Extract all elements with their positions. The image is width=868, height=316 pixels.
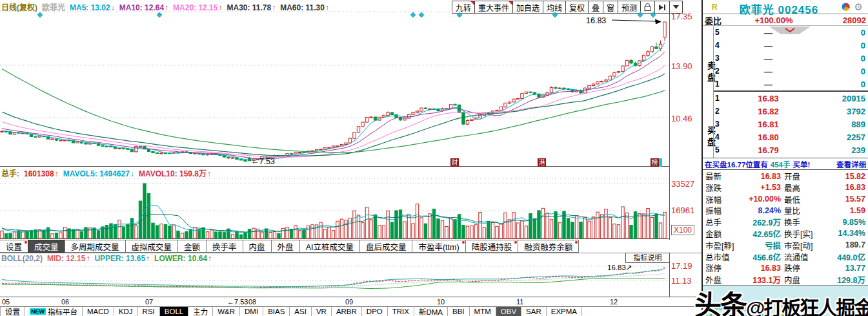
- tab-W&R[interactable]: W&R: [213, 307, 240, 316]
- notice-suffix: 买单!: [792, 159, 810, 169]
- tab-label: SAR: [526, 308, 541, 315]
- ask-level: 4: [715, 41, 727, 50]
- tab-内盘[interactable]: 内盘: [243, 240, 272, 253]
- tab-市盈率(ttm)[interactable]: 市盈率(ttm): [412, 240, 465, 253]
- stat-value: 15.82: [820, 172, 865, 181]
- ask-price: —: [727, 79, 810, 89]
- stat-row: 涨停16.83跌停13.77: [703, 262, 868, 273]
- tab-MACD[interactable]: MACD: [83, 307, 114, 316]
- tab-label: DPO: [367, 308, 383, 315]
- tab-指标平台[interactable]: NEW指标平台: [25, 307, 83, 316]
- ask-price: —: [727, 54, 810, 63]
- stat-label: 市盈[动]: [781, 239, 820, 251]
- trend-arrow-icon: ↓: [130, 169, 134, 178]
- new-badge: NEW: [30, 308, 46, 315]
- bid-row: 116.8320915: [714, 92, 868, 105]
- stat-value: 42.65亿: [735, 227, 781, 240]
- tab-融资融券余额[interactable]: 融资融券余额: [518, 240, 579, 253]
- bid-price: 16.79: [727, 145, 810, 155]
- tab-BBI[interactable]: BBI: [448, 307, 470, 316]
- tab-EXPMA[interactable]: EXPMA: [547, 307, 582, 316]
- stat-value: 449.0亿: [820, 251, 865, 263]
- volume-header-label: 1601308↑: [24, 169, 59, 178]
- tab-多周期成交量[interactable]: 多周期成交量: [65, 240, 126, 253]
- tab-label: ASI: [294, 308, 307, 315]
- tab-盘后成交量[interactable]: 盘后成交量: [359, 240, 413, 253]
- stat-row: 总市值456.6亿流通值449.0亿: [703, 251, 868, 262]
- bid-volume: 889: [810, 120, 865, 129]
- trend-arrow-icon: ↑: [86, 254, 90, 263]
- indicator-tabs-volume: 设置成交量多周期成交量虚拟成交量金额换手率内盘外盘AI立桩成交量盘后成交量市盈率…: [0, 240, 701, 253]
- tab-BOLL[interactable]: BOLL: [160, 307, 188, 316]
- tab-金额[interactable]: 金额: [177, 240, 207, 253]
- view-details-link[interactable]: 查看详细: [836, 159, 866, 169]
- pie-chart-icon[interactable]: [842, 3, 850, 13]
- ask-volume: 0: [810, 67, 865, 76]
- tab-外盘[interactable]: 外盘: [271, 240, 300, 253]
- tab-新DMA[interactable]: 新DMA: [414, 307, 448, 316]
- indicator-help-button[interactable]: 指标说明: [625, 253, 670, 263]
- stat-row: 总手262.9万换手9.85%: [703, 216, 868, 227]
- tab-TRIX[interactable]: TRIX: [388, 307, 414, 316]
- stat-label: 振幅: [705, 204, 735, 216]
- boll-header: BOLL(20,2)MID: 12.15↑UPPER: 13.65↑LOWER:…: [1, 254, 453, 263]
- order-rows: 5—04—03—02—01—0116.8320915216.823792316.…: [713, 26, 868, 158]
- stat-label: 最新: [705, 170, 735, 182]
- tab-DPO[interactable]: DPO: [362, 307, 388, 316]
- tab-OBV[interactable]: OBV: [496, 307, 521, 316]
- tab-VR[interactable]: VR: [312, 307, 332, 316]
- bid-volume: 20915: [810, 94, 865, 103]
- tab-MTM[interactable]: MTM: [470, 307, 496, 316]
- stat-value: +10.00%: [735, 195, 781, 204]
- tab-label: 指标平台: [48, 306, 77, 316]
- tab-label: MTM: [474, 308, 491, 315]
- ask-row: 1—0: [714, 78, 868, 90]
- bid-row: 216.823792: [714, 105, 868, 118]
- tab-成交量[interactable]: 成交量: [28, 240, 65, 253]
- tab-BIAS[interactable]: BIAS: [263, 307, 290, 316]
- tab-陆股通持股[interactable]: 陆股通持股: [465, 240, 519, 253]
- tab-AI立桩成交量[interactable]: AI立桩成交量: [299, 240, 360, 253]
- bid-price: 16.80: [727, 132, 810, 142]
- tab-KDJ[interactable]: KDJ: [114, 307, 138, 316]
- tab-ARBR[interactable]: ARBR: [332, 307, 362, 316]
- tab-label: 主力: [193, 306, 208, 316]
- stat-value: 16.83: [735, 264, 781, 273]
- bid-level: 4: [715, 132, 727, 142]
- stat-value: 16.83: [820, 183, 865, 192]
- stat-value: 456.6亿: [735, 251, 781, 263]
- stat-value: 16.83: [735, 172, 781, 181]
- tab-DMI[interactable]: DMI: [240, 307, 263, 316]
- gear-icon[interactable]: ⚙: [854, 1, 863, 13]
- ask-level: 5: [715, 28, 727, 37]
- boll-header-label: UPPER: 13.65↑: [94, 254, 150, 263]
- stat-label: 最低: [781, 193, 820, 205]
- tab-虚拟成交量[interactable]: 虚拟成交量: [125, 240, 179, 253]
- tab-SAR[interactable]: SAR: [521, 307, 547, 316]
- tab-换手率[interactable]: 换手率: [206, 240, 243, 253]
- stats-grid: 最新16.83开盘15.82涨跌+1.53最高16.83涨幅+10.00%最低1…: [703, 170, 868, 285]
- tab-设置[interactable]: 设置: [0, 240, 28, 253]
- tab-label: OBV: [501, 308, 516, 315]
- tab-设置[interactable]: 设置: [0, 307, 25, 316]
- stock-app-window: 日线(复权)欧菲光MA5: 13.02↓MA10: 12.64↑MA20: 12…: [0, 0, 868, 316]
- bid-level: 1: [715, 94, 727, 103]
- stat-label: 换手[实]: [781, 227, 820, 240]
- bid-row: 316.81889: [714, 118, 868, 131]
- tab-label: BIAS: [268, 308, 285, 315]
- bid-row: 416.802257: [714, 131, 868, 143]
- tab-ASI[interactable]: ASI: [290, 307, 312, 316]
- weibi-label: 委比: [705, 14, 727, 26]
- stat-value: 15.57: [820, 195, 865, 204]
- bid-level: 5: [715, 145, 727, 154]
- watermark-handle: @打板狂人掘金: [746, 297, 868, 316]
- indicator-tabs-bottom: 设置NEW指标平台MACDKDJRSIBOLL主力W&RDMIBIASASIVR…: [0, 306, 701, 316]
- stat-label: 涨跌: [705, 182, 735, 194]
- tab-主力[interactable]: 主力: [188, 307, 213, 316]
- tab-label: VR: [316, 308, 327, 315]
- tab-label: BOLL: [165, 308, 183, 315]
- tab-RSI[interactable]: RSI: [138, 307, 160, 316]
- bid-volume: 239: [810, 145, 865, 155]
- notice-text: 在买盘16.77位置有: [705, 159, 768, 169]
- stat-label: 开盘: [781, 170, 820, 182]
